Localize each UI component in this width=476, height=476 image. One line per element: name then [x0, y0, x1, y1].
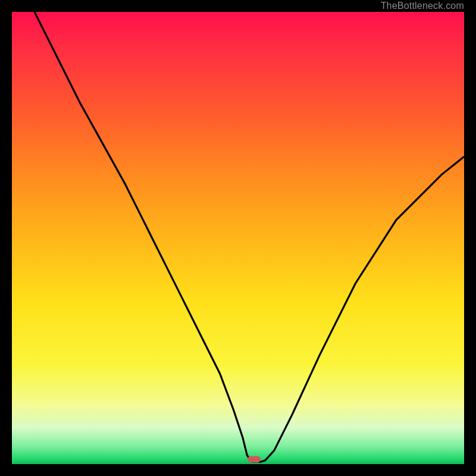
bottleneck-curve — [12, 12, 464, 464]
plot-area — [12, 12, 464, 464]
watermark-label: TheBottleneck.com — [381, 0, 464, 12]
chart-frame: TheBottleneck.com — [0, 0, 476, 476]
curve-path — [35, 12, 464, 462]
minimum-marker — [248, 456, 261, 463]
